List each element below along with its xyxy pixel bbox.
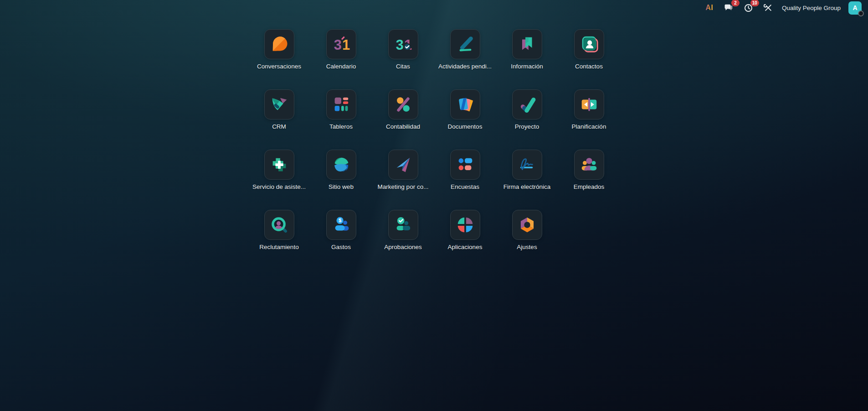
app-tile: [574, 89, 604, 120]
app-reclutamiento[interactable]: Reclutamiento: [248, 210, 310, 252]
ai-icon[interactable]: AI: [704, 2, 715, 14]
apps-icon: [455, 214, 476, 235]
approvals-icon: [393, 214, 414, 235]
app-label: Conversaciones: [257, 63, 301, 70]
helpdesk-icon: [269, 154, 290, 175]
messages-icon[interactable]: 2: [723, 2, 735, 14]
company-name[interactable]: Quality People Group: [782, 5, 841, 11]
app-aprobaciones[interactable]: Aprobaciones: [372, 210, 434, 252]
surveys-icon: [455, 154, 476, 175]
knowledge-icon: [517, 34, 538, 55]
app-conversaciones[interactable]: Conversaciones: [248, 29, 310, 71]
website-icon: [331, 154, 352, 175]
app-marketing[interactable]: Marketing por co...: [372, 150, 434, 192]
expenses-icon: $: [331, 214, 352, 235]
app-contabilidad[interactable]: Contabilidad: [372, 89, 434, 131]
app-informacion[interactable]: Información: [496, 29, 558, 71]
app-label: Contabilidad: [386, 123, 420, 130]
crm-icon: [269, 94, 290, 115]
app-sitio-web[interactable]: Sitio web: [310, 150, 372, 192]
app-tile: 31: [388, 29, 418, 59]
app-tile: [512, 29, 542, 59]
app-label: Sitio web: [329, 183, 354, 190]
app-tile: $: [326, 210, 356, 240]
app-empleados[interactable]: Empleados: [558, 150, 620, 192]
project-icon: [517, 94, 538, 115]
activities-badge: 10: [750, 0, 759, 6]
contacts-icon: [579, 34, 600, 55]
app-planificacion[interactable]: Planificación: [558, 89, 620, 131]
app-tile: 31: [326, 29, 356, 59]
app-tile: [326, 150, 356, 180]
app-label: Aprobaciones: [384, 244, 422, 250]
app-tile: [512, 150, 542, 180]
app-label: Proyecto: [515, 123, 539, 130]
app-citas[interactable]: 31 Citas: [372, 29, 434, 71]
documents-icon: [455, 94, 476, 115]
appointments-icon: 31: [393, 34, 414, 55]
app-proyecto[interactable]: Proyecto: [496, 89, 558, 131]
email-marketing-icon: [393, 154, 414, 175]
app-label: Gastos: [331, 244, 351, 250]
app-label: Encuestas: [451, 183, 479, 190]
app-documentos[interactable]: Documentos: [434, 89, 496, 131]
top-bar: AI 2 10 Quality People Group A: [0, 0, 868, 16]
app-calendario[interactable]: 31 Calendario: [310, 29, 372, 71]
app-label: Actividades pendi...: [438, 63, 492, 70]
app-label: Servicio de asiste...: [252, 183, 306, 190]
app-firma[interactable]: Firma electrónica: [496, 150, 558, 192]
app-label: Planificación: [572, 123, 606, 130]
app-ajustes[interactable]: Ajustes: [496, 210, 558, 252]
app-aplicaciones[interactable]: Aplicaciones: [434, 210, 496, 252]
app-tile: [512, 89, 542, 120]
calendar-icon: 31: [331, 34, 352, 55]
app-label: Firma electrónica: [503, 183, 551, 190]
app-tile: [388, 150, 418, 180]
avatar-initial: A: [853, 4, 857, 11]
app-tile: [574, 29, 604, 59]
app-crm[interactable]: CRM: [248, 89, 310, 131]
app-tile: [450, 150, 480, 180]
app-tile: [450, 29, 480, 59]
app-tile: [326, 89, 356, 120]
app-label: Empleados: [574, 183, 605, 190]
app-contactos[interactable]: Contactos: [558, 29, 620, 71]
sign-icon: [517, 154, 538, 175]
svg-text:3: 3: [395, 37, 403, 52]
app-label: Contactos: [575, 63, 603, 70]
app-label: CRM: [272, 123, 286, 130]
app-servicio[interactable]: Servicio de asiste...: [248, 150, 310, 192]
user-avatar[interactable]: A: [848, 1, 862, 15]
app-encuestas[interactable]: Encuestas: [434, 150, 496, 192]
app-tile: [388, 210, 418, 240]
app-tile: [512, 210, 542, 240]
app-label: Citas: [396, 63, 410, 70]
dashboards-icon: [331, 94, 352, 115]
accounting-icon: [393, 94, 414, 115]
app-label: Ajustes: [517, 244, 537, 250]
app-label: Reclutamiento: [259, 244, 298, 250]
app-actividades[interactable]: Actividades pendi...: [434, 29, 496, 71]
recruitment-icon: [269, 214, 290, 235]
messages-badge: 2: [731, 0, 740, 6]
app-label: Aplicaciones: [448, 244, 483, 250]
app-tile: [264, 150, 294, 180]
app-label: Documentos: [448, 123, 483, 130]
home-screen: { "header": { "ai_label": "AI", "message…: [0, 0, 868, 411]
app-label: Marketing por co...: [378, 183, 429, 190]
app-tableros[interactable]: Tableros: [310, 89, 372, 131]
todo-icon: [455, 34, 476, 55]
tools-icon[interactable]: [762, 2, 774, 14]
app-tile: [450, 210, 480, 240]
app-label: Tableros: [329, 123, 353, 130]
app-label: Calendario: [326, 63, 356, 70]
app-gastos[interactable]: $ Gastos: [310, 210, 372, 252]
conversations-icon: [269, 34, 290, 55]
app-tile: [574, 150, 604, 180]
wrench-screwdriver-icon: [764, 3, 773, 12]
app-label: Información: [511, 63, 543, 70]
settings-icon: [517, 214, 538, 235]
app-tile: [450, 89, 480, 120]
activities-icon[interactable]: 10: [743, 2, 755, 14]
svg-text:1: 1: [342, 37, 349, 52]
